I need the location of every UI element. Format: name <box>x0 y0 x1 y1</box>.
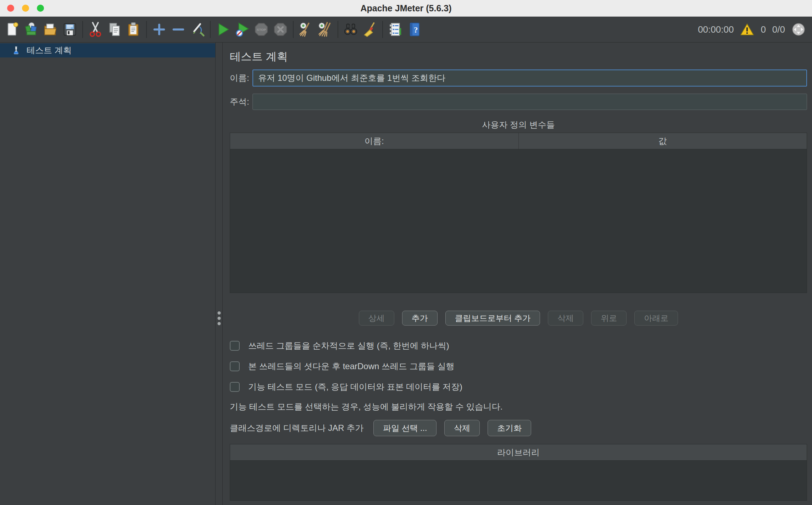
functional-mode-label: 기능 테스트 모드 (즉, 응답 데이터와 표본 데이터를 저장) <box>248 381 462 393</box>
comment-row: 주석: <box>230 94 807 110</box>
svg-text:?: ? <box>414 26 418 34</box>
option-teardown: 본 쓰레드들의 셧다운 후 tearDown 쓰레드 그룹들 실행 <box>230 361 807 372</box>
jmeter-window: Apache JMeter (5.6.3) <box>0 0 812 505</box>
stop-button[interactable]: STOP <box>252 20 271 39</box>
udv-table-body[interactable] <box>230 149 807 293</box>
save-button[interactable] <box>60 20 79 39</box>
search-button[interactable] <box>341 20 360 39</box>
delete-row-button[interactable]: 삭제 <box>548 311 583 326</box>
move-up-button[interactable]: 위로 <box>591 311 627 326</box>
udv-button-row: 상세 추가 클립보드로부터 추가 삭제 위로 아래로 <box>230 311 807 326</box>
cut-button[interactable] <box>86 20 105 39</box>
page-title: 테스트 계획 <box>230 50 807 64</box>
add-icon <box>151 21 167 38</box>
name-input[interactable] <box>252 70 807 87</box>
option-functional-mode: 기능 테스트 모드 (즉, 응답 데이터와 표본 데이터를 저장) <box>230 382 807 392</box>
move-down-button[interactable]: 아래로 <box>634 311 678 326</box>
copy-icon <box>106 21 123 38</box>
search-reset-button[interactable] <box>360 20 379 39</box>
remove-icon <box>170 21 187 38</box>
shutdown-button[interactable] <box>271 20 290 39</box>
start-no-timers-button[interactable] <box>233 20 252 39</box>
remove-button[interactable] <box>169 20 188 39</box>
panel-splitter[interactable] <box>216 43 223 505</box>
templates-icon <box>23 21 40 38</box>
start-button[interactable] <box>213 20 233 39</box>
running-threads: 0/0 <box>772 24 785 35</box>
splitter-grip[interactable] <box>217 309 221 327</box>
library-table: 라이브러리 <box>230 444 807 501</box>
warning-count[interactable]: 0 <box>761 24 766 35</box>
clear-button[interactable] <box>296 20 316 39</box>
new-file-icon <box>4 21 21 38</box>
function-helper-button[interactable] <box>386 20 405 39</box>
tree-item-test-plan[interactable]: 테스트 계획 <box>0 43 215 57</box>
udv-column-name: 이름: <box>230 133 518 149</box>
test-plan-options: 쓰레드 그룹들을 순차적으로 실행 (즉, 한번에 하나씩) 본 쓰레드들의 셧… <box>230 340 807 392</box>
functional-mode-checkbox[interactable] <box>230 382 240 392</box>
help-button[interactable]: ? <box>405 20 424 39</box>
classpath-clear-button[interactable]: 초기화 <box>488 420 531 436</box>
add-from-clipboard-button[interactable]: 클립보드로부터 추가 <box>445 311 540 326</box>
clear-icon <box>298 21 314 38</box>
comment-label: 주석: <box>230 96 252 107</box>
paste-button[interactable] <box>124 20 143 39</box>
udv-title: 사용자 정의 변수들 <box>230 119 807 131</box>
help-icon: ? <box>406 21 423 38</box>
edit-button[interactable] <box>188 20 207 39</box>
remote-status-icon <box>791 22 806 37</box>
detail-button[interactable]: 상세 <box>359 311 394 326</box>
toolbar-separator <box>338 21 338 38</box>
paste-icon <box>126 21 142 38</box>
toolbar-separator <box>82 21 83 38</box>
udv-column-value: 값 <box>518 133 807 149</box>
toolbar-separator <box>293 21 294 38</box>
add-button[interactable] <box>150 20 169 39</box>
teardown-checkbox[interactable] <box>230 361 240 371</box>
test-plan-tree: 테스트 계획 <box>0 43 216 505</box>
toolbar-status: 00:00:00 0 0/0 <box>698 22 806 37</box>
browse-button[interactable]: 파일 선택 ... <box>373 420 436 436</box>
classpath-label: 클래스경로에 디렉토리나 JAR 추가 <box>230 422 363 434</box>
start-no-timers-icon <box>234 21 250 38</box>
toolbar-separator <box>146 21 147 38</box>
open-file-icon <box>43 21 59 38</box>
window-title: Apache JMeter (5.6.3) <box>0 3 812 13</box>
name-row: 이름: <box>230 70 807 87</box>
library-table-header: 라이브러리 <box>230 444 807 461</box>
search-reset-icon <box>362 21 378 38</box>
titlebar: Apache JMeter (5.6.3) <box>0 0 812 17</box>
run-serially-checkbox[interactable] <box>230 341 240 351</box>
name-label: 이름: <box>230 72 252 84</box>
run-serially-label: 쓰레드 그룹들을 순차적으로 실행 (즉, 한번에 하나씩) <box>248 340 449 351</box>
save-icon <box>62 21 78 38</box>
teardown-label: 본 쓰레드들의 셧다운 후 tearDown 쓰레드 그룹들 실행 <box>248 361 454 372</box>
warning-icon[interactable] <box>740 23 754 36</box>
clear-all-icon <box>317 21 333 38</box>
toolbar-separator <box>210 21 211 38</box>
svg-text:STOP: STOP <box>257 28 266 32</box>
edit-icon <box>189 21 206 38</box>
search-icon <box>343 21 359 38</box>
open-file-button[interactable] <box>41 20 60 39</box>
option-run-serially: 쓰레드 그룹들을 순차적으로 실행 (즉, 한번에 하나씩) <box>230 340 807 351</box>
shutdown-icon <box>272 21 289 38</box>
copy-button[interactable] <box>105 20 124 39</box>
udv-table: 이름: 값 <box>230 133 807 293</box>
start-icon <box>215 21 231 38</box>
clear-all-button[interactable] <box>316 20 335 39</box>
tree-item-label: 테스트 계획 <box>27 45 72 56</box>
udv-table-header: 이름: 값 <box>230 133 807 149</box>
test-plan-flask-icon <box>11 46 21 55</box>
function-helper-icon <box>387 21 404 38</box>
comment-input[interactable] <box>252 94 807 110</box>
new-file-button[interactable] <box>3 20 22 39</box>
toolbar-separator <box>382 21 383 38</box>
add-row-button[interactable]: 추가 <box>402 311 438 326</box>
classpath-row: 클래스경로에 디렉토리나 JAR 추가 파일 선택 ... 삭제 초기화 <box>230 420 807 436</box>
toolbar: STOP <box>0 17 812 43</box>
library-table-body[interactable] <box>230 461 807 500</box>
classpath-delete-button[interactable]: 삭제 <box>444 420 480 436</box>
elapsed-timer: 00:00:00 <box>698 24 734 35</box>
templates-button[interactable] <box>22 20 41 39</box>
